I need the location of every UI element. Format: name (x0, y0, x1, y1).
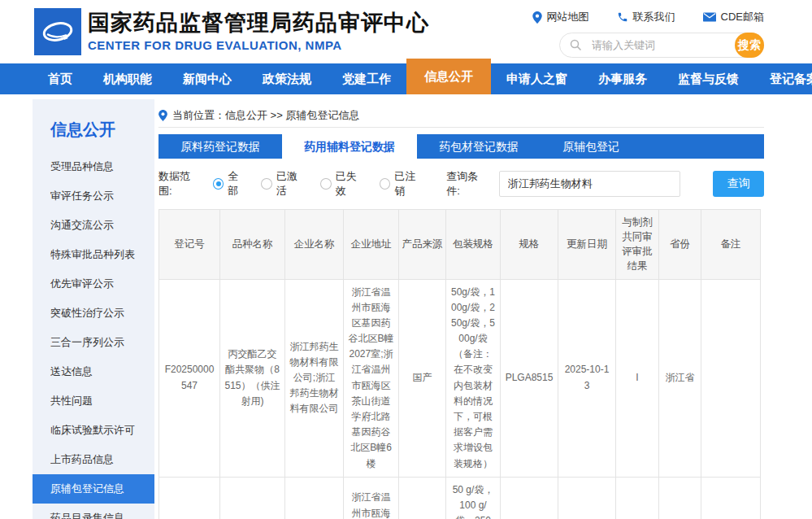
query-input[interactable] (499, 171, 681, 197)
cell-source: 国产 (399, 279, 446, 477)
radio-activated[interactable]: 已激活 (261, 169, 307, 198)
cell-province: 浙江省 (659, 477, 701, 519)
content-area: 信息公开 受理品种信息 审评任务公示 沟通交流公示 特殊审批品种列表 优先审评公… (0, 99, 812, 519)
location-pin-icon (158, 110, 167, 121)
cell-reg-no: F20250000547 (159, 279, 220, 477)
sidebar-item-priority-review[interactable]: 优先审评公示 (33, 269, 154, 299)
cell-province: 浙江省 (659, 279, 701, 477)
site-search: 搜索 (559, 33, 764, 58)
search-button[interactable]: 搜索 (735, 33, 764, 58)
search-input[interactable] (582, 39, 735, 51)
nav-item-info-disclosure[interactable]: 信息公开 (406, 59, 491, 94)
radio-cancelled-dot (380, 178, 391, 190)
cde-logo-icon (39, 13, 76, 50)
sidebar-item-delivery-info[interactable]: 送达信息 (33, 357, 154, 386)
col-spec: 规格 (501, 210, 558, 280)
breadcrumb-divider (158, 127, 764, 128)
cell-address: 浙江省温州市瓯海区基因药谷北区B幢2027室;浙江省温州市瓯海区茶山街道学府北路… (344, 477, 399, 519)
sidebar-item-excipient-registration[interactable]: 原辅包登记信息 (33, 474, 154, 504)
radio-all-label: 全部 (228, 169, 248, 198)
nav-item-registration-platform[interactable]: 登记备案平台 (754, 63, 812, 94)
nav-item-policy[interactable]: 政策法规 (247, 63, 327, 94)
data-tabs: 原料药登记数据 药用辅料登记数据 药包材登记数据 原辅包登记 (158, 134, 764, 159)
contact-label: 联系我们 (633, 10, 675, 24)
nav-item-home[interactable]: 首页 (33, 63, 88, 94)
scope-label: 数据范围: (158, 169, 203, 198)
site-header: 国家药品监督管理局药品审评中心 CENTER FOR DRUG EVALUATI… (0, 0, 812, 63)
tab-packaging-material-data[interactable]: 药包材登记数据 (417, 134, 541, 159)
cell-update-date: 2025-10-13 (558, 477, 616, 519)
query-button[interactable]: 查询 (713, 171, 764, 197)
mail-icon (703, 12, 716, 22)
radio-expired[interactable]: 已失效 (320, 169, 367, 198)
breadcrumb-text: 当前位置：信息公开 >> 原辅包登记信息 (172, 108, 359, 123)
cell-update-date: 2025-10-13 (558, 279, 616, 477)
main-nav: 首页 机构职能 新闻中心 政策法规 党建工作 信息公开 申请人之窗 办事服务 监… (0, 63, 812, 94)
sidebar-item-drug-catalog[interactable]: 药品目录集信息 (33, 504, 154, 519)
cell-joint-review: I (616, 279, 659, 477)
search-icon (570, 39, 582, 51)
cell-spec: PLGA8515 (501, 279, 558, 477)
tab-excipient-data[interactable]: 药用辅料登记数据 (282, 134, 417, 159)
cell-remark (701, 279, 761, 477)
sidebar-item-common-issues[interactable]: 共性问题 (33, 386, 154, 416)
sidebar-item-three-in-one[interactable]: 三合一序列公示 (33, 328, 154, 357)
col-province: 省份 (659, 210, 701, 280)
cell-variety: 聚（D,L-丙交酯) (220, 477, 285, 519)
sitemap-label: 网站地图 (547, 10, 589, 24)
radio-all-dot (213, 178, 224, 190)
cell-source: 国产 (399, 477, 446, 519)
cell-company: 浙江邦药生物材料有限公司;浙江邦药生物材料有限公司 (285, 477, 344, 519)
nav-item-applicant[interactable]: 申请人之窗 (491, 63, 583, 94)
tab-excipient-registration[interactable]: 原辅包登记 (541, 134, 641, 159)
mail-link[interactable]: CDE邮箱 (703, 10, 764, 24)
cell-spec: PDLLA (501, 477, 558, 519)
main-panel: 当前位置：信息公开 >> 原辅包登记信息 原料药登记数据 药用辅料登记数据 药包… (158, 99, 764, 519)
col-company: 企业名称 (285, 210, 344, 280)
sidebar-item-clinical-trial-license[interactable]: 临床试验默示许可 (33, 416, 154, 445)
sitemap-link[interactable]: 网站地图 (532, 10, 589, 24)
col-packaging: 包装规格 (446, 210, 501, 280)
sidebar: 信息公开 受理品种信息 审评任务公示 沟通交流公示 特殊审批品种列表 优先审评公… (33, 99, 154, 519)
sidebar-item-communication[interactable]: 沟通交流公示 (33, 211, 154, 240)
nav-item-news[interactable]: 新闻中心 (167, 63, 247, 94)
contact-link[interactable]: 联系我们 (617, 10, 675, 24)
col-address: 企业地址 (344, 210, 399, 280)
col-variety: 品种名称 (220, 210, 285, 280)
radio-expired-dot (320, 178, 332, 190)
table-row: F20250000548 聚（D,L-丙交酯) 浙江邦药生物材料有限公司;浙江邦… (159, 477, 761, 519)
scope-radio-group: 全部 已激活 已失效 已注销 (213, 169, 426, 198)
query-label: 查询条件: (446, 169, 491, 198)
cell-address: 浙江省温州市瓯海区基因药谷北区B幢2027室;浙江省温州市瓯海区茶山街道学府北路… (344, 279, 399, 477)
table-row: F20250000547 丙交酯乙交酯共聚物（8515）（供注射用) 浙江邦药生… (159, 279, 761, 477)
filter-bar: 数据范围: 全部 已激活 已失效 已注销 查询条 (158, 170, 764, 198)
sidebar-item-breakthrough-therapy[interactable]: 突破性治疗公示 (33, 299, 154, 328)
cell-variety: 丙交酯乙交酯共聚物（8515）（供注射用) (220, 279, 285, 477)
col-update-date: 更新日期 (558, 210, 616, 280)
cell-joint-review: I (616, 477, 659, 519)
cell-reg-no: F20250000548 (159, 477, 220, 519)
site-subtitle: CENTER FOR DRUG EVALUATION, NMPA (88, 38, 429, 52)
sidebar-item-accepted-varieties[interactable]: 受理品种信息 (33, 152, 154, 181)
cell-packaging: 50 g/袋，100 g/袋，250 g/袋，500 g/袋（备注：在不改变包装… (446, 477, 501, 519)
nav-item-functions[interactable]: 机构职能 (88, 63, 167, 94)
breadcrumb: 当前位置：信息公开 >> 原辅包登记信息 (158, 107, 764, 124)
radio-cancelled[interactable]: 已注销 (380, 169, 426, 198)
radio-expired-label: 已失效 (336, 169, 367, 198)
brand-block: 国家药品监督管理局药品审评中心 CENTER FOR DRUG EVALUATI… (88, 10, 429, 52)
table-header-row: 登记号 品种名称 企业名称 企业地址 产品来源 包装规格 规格 更新日期 与制剂… (159, 210, 761, 280)
radio-activated-dot (261, 178, 272, 190)
sidebar-item-review-tasks[interactable]: 审评任务公示 (33, 181, 154, 211)
radio-all[interactable]: 全部 (213, 169, 249, 198)
nav-item-party[interactable]: 党建工作 (327, 63, 406, 94)
cde-logo (34, 8, 81, 55)
sidebar-item-marketed-drugs[interactable]: 上市药品信息 (33, 445, 154, 474)
col-source: 产品来源 (399, 210, 446, 280)
nav-item-supervision[interactable]: 监督与反馈 (662, 63, 754, 94)
sidebar-item-special-approval[interactable]: 特殊审批品种列表 (33, 240, 154, 269)
map-pin-icon (532, 11, 542, 24)
cell-remark (701, 477, 761, 519)
nav-item-services[interactable]: 办事服务 (583, 63, 662, 94)
tab-api-data[interactable]: 原料药登记数据 (158, 134, 282, 159)
header-links: 网站地图 联系我们 CDE邮箱 (532, 10, 764, 24)
